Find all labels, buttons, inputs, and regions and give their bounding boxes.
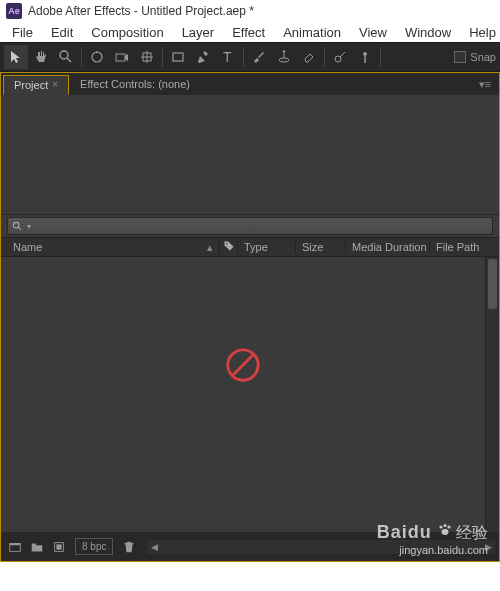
roto-brush-tool[interactable] xyxy=(328,45,352,69)
selection-tool[interactable] xyxy=(4,45,28,69)
svg-rect-7 xyxy=(173,53,183,61)
svg-line-1 xyxy=(67,58,71,62)
menu-window[interactable]: Window xyxy=(397,24,459,41)
svg-point-15 xyxy=(13,222,19,228)
prohibited-icon xyxy=(224,346,262,384)
close-icon[interactable]: × xyxy=(52,79,58,90)
column-file-path[interactable]: File Path xyxy=(429,241,499,253)
zoom-tool[interactable] xyxy=(54,45,78,69)
column-type-label: Type xyxy=(244,241,268,253)
bpc-label: 8 bpc xyxy=(82,541,106,552)
new-folder-button[interactable] xyxy=(27,537,47,557)
svg-line-12 xyxy=(340,52,345,57)
scroll-right-icon[interactable]: ▶ xyxy=(481,540,495,554)
separator xyxy=(243,47,244,67)
brush-tool[interactable] xyxy=(247,45,271,69)
scroll-left-icon[interactable]: ◀ xyxy=(147,540,161,554)
menu-file[interactable]: File xyxy=(4,24,41,41)
column-media-duration[interactable]: Media Duration xyxy=(345,241,429,253)
separator xyxy=(81,47,82,67)
horizontal-scrollbar[interactable]: ◀ ▶ xyxy=(147,540,495,554)
tab-project[interactable]: Project × xyxy=(3,75,69,95)
svg-text:T: T xyxy=(223,49,232,65)
panel-tabs: Project × Effect Controls: (none) ▾≡ xyxy=(1,73,499,95)
tab-project-label: Project xyxy=(14,79,48,91)
column-path-label: File Path xyxy=(436,241,479,253)
snap-label: Snap xyxy=(470,51,496,63)
svg-line-19 xyxy=(233,354,254,375)
tag-icon xyxy=(223,240,235,252)
project-panel: Project × Effect Controls: (none) ▾≡ ▾ N… xyxy=(0,72,500,562)
panel-menu-icon[interactable]: ▾≡ xyxy=(479,78,491,91)
puppet-pin-tool[interactable] xyxy=(353,45,377,69)
new-composition-button[interactable] xyxy=(49,537,69,557)
search-icon xyxy=(12,221,23,232)
menu-layer[interactable]: Layer xyxy=(174,24,223,41)
column-headers: Name ▴ Type Size Media Duration File Pat… xyxy=(1,237,499,257)
panel-footer: 8 bpc ◀ ▶ xyxy=(1,532,499,561)
menu-help[interactable]: Help xyxy=(461,24,500,41)
column-size-label: Size xyxy=(302,241,323,253)
menu-bar: File Edit Composition Layer Effect Anima… xyxy=(0,22,500,42)
column-size[interactable]: Size xyxy=(295,241,345,253)
project-content-area[interactable] xyxy=(1,257,499,532)
eraser-tool[interactable] xyxy=(297,45,321,69)
column-name[interactable]: Name ▴ xyxy=(1,241,219,254)
search-row: ▾ xyxy=(1,215,499,237)
color-depth-button[interactable]: 8 bpc xyxy=(75,538,113,555)
snap-checkbox[interactable] xyxy=(454,51,466,63)
svg-point-0 xyxy=(60,51,68,59)
interpret-footage-button[interactable] xyxy=(5,537,25,557)
tab-effect-controls-label: Effect Controls: (none) xyxy=(80,78,190,90)
svg-rect-23 xyxy=(56,544,61,549)
tool-bar: T Snap xyxy=(0,42,500,72)
svg-rect-21 xyxy=(10,543,21,545)
app-logo-icon: Ae xyxy=(6,3,22,19)
camera-tool[interactable] xyxy=(110,45,134,69)
text-tool[interactable]: T xyxy=(216,45,240,69)
column-type[interactable]: Type xyxy=(237,241,295,253)
column-name-label: Name xyxy=(13,241,42,253)
scrollbar-thumb[interactable] xyxy=(488,259,497,309)
tab-effect-controls[interactable]: Effect Controls: (none) xyxy=(69,74,201,94)
clone-stamp-tool[interactable] xyxy=(272,45,296,69)
search-input[interactable]: ▾ xyxy=(7,217,493,235)
hand-tool[interactable] xyxy=(29,45,53,69)
svg-point-9 xyxy=(279,58,289,62)
svg-point-2 xyxy=(92,52,102,62)
svg-line-16 xyxy=(18,227,21,230)
window-title: Adobe After Effects - Untitled Project.a… xyxy=(28,4,254,18)
column-media-label: Media Duration xyxy=(352,241,427,253)
rotation-tool[interactable] xyxy=(85,45,109,69)
sort-indicator-icon: ▴ xyxy=(207,241,213,254)
svg-rect-3 xyxy=(116,54,125,61)
vertical-scrollbar[interactable] xyxy=(485,257,499,532)
pan-behind-tool[interactable] xyxy=(135,45,159,69)
menu-edit[interactable]: Edit xyxy=(43,24,81,41)
menu-animation[interactable]: Animation xyxy=(275,24,349,41)
preview-area xyxy=(1,95,499,215)
menu-composition[interactable]: Composition xyxy=(83,24,171,41)
window-titlebar: Ae Adobe After Effects - Untitled Projec… xyxy=(0,0,500,22)
separator xyxy=(380,47,381,67)
separator xyxy=(324,47,325,67)
separator xyxy=(162,47,163,67)
svg-point-17 xyxy=(226,243,228,245)
delete-button[interactable] xyxy=(119,537,139,557)
rectangle-tool[interactable] xyxy=(166,45,190,69)
svg-point-13 xyxy=(363,52,367,56)
menu-view[interactable]: View xyxy=(351,24,395,41)
column-tag[interactable] xyxy=(219,238,237,256)
menu-effect[interactable]: Effect xyxy=(224,24,273,41)
pen-tool[interactable] xyxy=(191,45,215,69)
